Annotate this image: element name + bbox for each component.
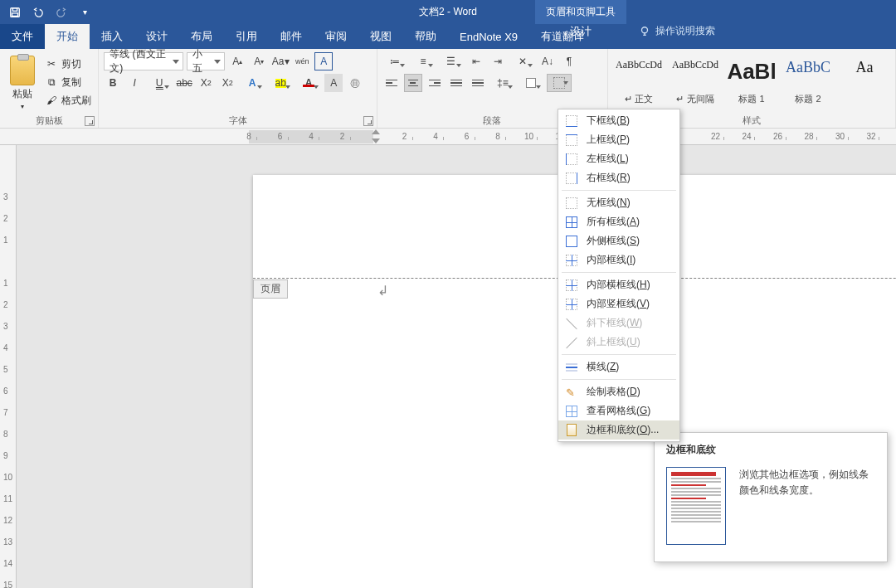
border-menu-icon [565,405,578,418]
bullets-button[interactable]: ≔ [382,52,407,70]
tell-me-search[interactable]: 操作说明搜索 [639,24,715,38]
text-effects-button[interactable]: A [240,74,265,92]
line-spacing-button[interactable]: ‡≡ [490,74,515,92]
border-menu-l[interactable]: 左框线(L) [558,149,679,168]
phonetic-guide-button[interactable]: wén [293,52,311,70]
style-preview: AaBbCcDd [672,59,718,71]
vertical-ruler[interactable]: 3211234567891011121314151617181920 [0,145,17,588]
tab-review[interactable]: 审阅 [314,24,358,49]
border-menu-b[interactable]: 下框线(B) [558,111,679,130]
decrease-indent-button[interactable]: ⇤ [467,52,485,70]
style-item-2[interactable]: AaBl标题 1 [726,57,777,107]
asian-layout-button[interactable]: ✕ [510,52,535,70]
font-size-combo[interactable]: 小五 [187,52,225,70]
qat-customize-button[interactable]: ▾ [75,2,95,22]
subscript-button[interactable]: X2 [197,74,215,92]
strikethrough-button[interactable]: abc [175,74,193,92]
paste-button[interactable]: 粘贴 ▾ [5,52,40,112]
increase-indent-button[interactable]: ⇥ [489,52,507,70]
border-menu-p[interactable]: 上框线(P) [558,130,679,149]
border-menu-n[interactable]: 无框线(N) [558,193,679,212]
multilevel-list-button[interactable]: ☰ [439,52,464,70]
border-menu-icon [565,386,578,399]
redo-button[interactable] [51,2,71,22]
border-menu-h[interactable]: 内部横框线(H) [558,275,679,294]
show-marks-button[interactable]: ¶ [560,52,578,70]
highlight-button[interactable]: ab [268,74,293,92]
border-menu-icon [565,317,578,330]
enclose-characters-button[interactable]: ㊐ [346,74,364,92]
border-menu-icon [565,216,578,229]
borders-dropdown-menu: 下框线(B)上框线(P)左框线(L)右框线(R)无框线(N)所有框线(A)外侧框… [558,109,680,442]
tab-references[interactable]: 引用 [224,24,269,49]
svg-rect-2 [12,12,18,16]
svg-rect-1 [12,7,17,11]
clipboard-launcher[interactable] [85,116,95,126]
change-case-button[interactable]: Aa▾ [271,52,290,70]
style-preview: AaBl [727,59,776,85]
tab-context-design[interactable]: 设计 [535,24,626,39]
align-left-button[interactable] [382,74,401,92]
border-menu-icon [565,114,578,128]
sort-button[interactable]: A↓ [538,52,557,70]
border-menu-o[interactable]: 边框和底纹(O)... [558,420,679,440]
align-center-button[interactable] [404,74,422,92]
style-item-4[interactable]: Aa [839,57,890,107]
font-color-button[interactable]: A [296,74,321,92]
shading-button[interactable] [519,74,543,92]
tab-file[interactable]: 文件 [0,24,45,49]
style-item-0[interactable]: AaBbCcDd↵ 正文 [613,57,665,107]
header-tag: 页眉 [253,279,288,299]
tab-insert[interactable]: 插入 [90,24,134,49]
style-item-1[interactable]: AaBbCcDd↵ 无间隔 [670,57,721,107]
border-menu-v[interactable]: 内部竖框线(V) [558,294,679,313]
grow-font-button[interactable]: A▴ [228,52,246,70]
shrink-font-button[interactable]: A▾ [250,52,268,70]
border-menu-r[interactable]: 右框线(R) [558,168,679,187]
copy-button[interactable]: ⧉复制 [43,74,93,90]
ribbon-tabs: 文件 开始 插入 设计 布局 引用 邮件 审阅 视图 帮助 EndNote X9… [0,24,896,49]
tab-mailings[interactable]: 邮件 [269,24,314,49]
ruler-indent-handle[interactable] [372,129,380,143]
border-menu-z[interactable]: 横线(Z) [558,357,679,377]
save-button[interactable] [5,2,25,22]
align-distributed-button[interactable] [469,74,487,92]
style-item-3[interactable]: AaBbC标题 2 [782,57,834,107]
font-name-combo[interactable]: 等线 (西文正文) [104,52,183,70]
horizontal-ruler[interactable]: 86422468101222242628303234 [0,129,896,145]
group-font-label: 字体 [229,114,247,127]
font-launcher[interactable] [363,116,373,126]
border-menu-i[interactable]: 内部框线(I) [558,250,679,270]
underline-button[interactable]: U [147,74,172,92]
tab-layout[interactable]: 布局 [179,24,224,49]
italic-button[interactable]: I [125,74,144,92]
border-menu-icon [565,424,578,437]
border-menu-d[interactable]: 绘制表格(D) [558,382,679,401]
tab-view[interactable]: 视图 [358,24,403,49]
character-shading-button[interactable]: A [324,74,343,92]
tooltip-desc: 浏览其他边框选项，例如线条颜色和线条宽度。 [739,467,875,545]
border-menu-a[interactable]: 所有框线(A) [558,212,679,231]
tab-design[interactable]: 设计 [134,24,179,49]
cut-button[interactable]: ✂剪切 [43,56,93,72]
border-menu-s[interactable]: 外侧框线(S) [558,231,679,250]
tab-home[interactable]: 开始 [45,24,90,49]
paste-label: 粘贴 [12,87,32,101]
numbering-button[interactable]: ≡ [411,52,436,70]
align-right-button[interactable] [426,74,444,92]
border-menu-icon [565,235,578,248]
character-border-button[interactable]: A [314,52,333,70]
tab-help[interactable]: 帮助 [403,24,448,49]
text-cursor: ↲ [377,283,388,299]
group-font: 等线 (西文正文) 小五 A▴ A▾ Aa▾ wén A B I U abc X… [99,49,377,128]
lightbulb-icon [639,26,650,37]
align-justify-button[interactable] [447,74,465,92]
superscript-button[interactable]: X2 [218,74,236,92]
borders-button[interactable] [547,74,572,92]
undo-button[interactable] [28,2,48,22]
tab-endnote[interactable]: EndNote X9 [448,24,529,49]
bold-button[interactable]: B [104,74,122,92]
format-painter-button[interactable]: 🖌格式刷 [43,92,93,109]
border-menu-icon [565,172,578,185]
border-menu-g[interactable]: 查看网格线(G) [558,401,679,420]
